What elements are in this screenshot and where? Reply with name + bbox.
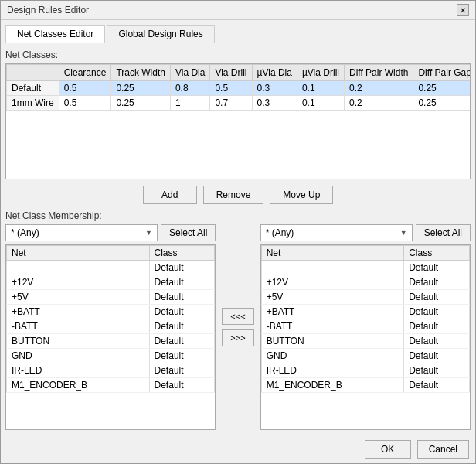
list-class: Default [404,290,470,305]
list-item[interactable]: +5VDefault [7,290,215,305]
list-class: Default [404,275,470,290]
window-title: Design Rules Editor [7,5,89,15]
list-net: BUTTON [261,334,404,349]
list-class: Default [149,305,215,319]
row-uviadia-1mmwire: 0.3 [252,96,297,111]
right-list-header: Net Class [261,246,469,261]
row-viadrill-default: 0.5 [210,81,252,96]
list-item[interactable]: Default [7,261,215,275]
list-item[interactable]: IR-LEDDefault [7,363,215,378]
list-item[interactable]: M1_ENCODER_BDefault [7,378,215,393]
list-item[interactable]: IR-LEDDefault [261,363,469,378]
list-class: Default [149,363,215,378]
cancel-button[interactable]: Cancel [417,440,469,459]
row-diffpairgap-1mmwire: 0.25 [413,96,471,111]
col-header-via-dia: Via Dia [170,65,209,81]
col-header-uvia-dia: µVia Dia [252,65,297,81]
left-dropdown-text: * (Any) [11,227,39,238]
list-item[interactable]: Default [261,261,469,275]
list-class: Default [404,319,470,334]
right-dropdown-text: * (Any) [266,227,294,238]
list-item[interactable]: +5VDefault [261,290,469,305]
left-col-class: Class [149,246,215,261]
net-classes-label: Net Classes: [5,49,471,60]
left-select-all-button[interactable]: Select All [161,224,216,241]
add-button[interactable]: Add [143,186,197,204]
membership-panels: * (Any) ▼ Select All Net Class [5,224,471,430]
list-class: Default [149,290,215,305]
list-item[interactable]: GNDDefault [7,349,215,363]
list-item[interactable]: +12VDefault [261,275,469,290]
list-class: Default [149,261,215,275]
list-item[interactable]: +BATTDefault [7,305,215,319]
list-item[interactable]: -BATTDefault [261,319,469,334]
row-uviadia-default: 0.3 [252,81,297,96]
tab-bar: Net Classes Editor Global Design Rules [5,25,471,43]
right-list-container[interactable]: Net Class Default+12VDefault+5VDefault+B… [260,244,471,430]
list-net: +5V [7,290,150,305]
main-content: Net Classes Editor Global Design Rules N… [1,20,475,435]
row-name-default: Default [7,81,60,96]
list-item[interactable]: +12VDefault [7,275,215,290]
col-header-via-drill: Via Drill [210,65,252,81]
left-list-container[interactable]: Net Class Default+12VDefault+5VDefault+B… [5,244,216,430]
list-net: BUTTON [7,334,150,349]
row-viadia-1mmwire: 1 [170,96,209,111]
left-list-header: Net Class [7,246,215,261]
list-item[interactable]: BUTTONDefault [7,334,215,349]
row-diffpairgap-default: 0.25 [413,81,471,96]
row-diffpairwidth-1mmwire: 0.2 [344,96,413,111]
action-buttons: Add Remove Move Up [5,186,471,204]
list-class: Default [404,378,470,393]
ok-button[interactable]: OK [365,440,411,459]
list-item[interactable]: GNDDefault [261,349,469,363]
list-class: Default [149,319,215,334]
main-window: Design Rules Editor ✕ Net Classes Editor… [0,0,476,464]
list-class: Default [404,363,470,378]
row-viadia-default: 0.8 [170,81,209,96]
right-arrow-button[interactable]: >>> [222,329,253,346]
tab-net-classes-editor[interactable]: Net Classes Editor [5,25,105,43]
arrow-panel: <<< >>> [219,224,257,430]
right-select-all-button[interactable]: Select All [416,224,471,241]
right-list-table: Net Class Default+12VDefault+5VDefault+B… [261,245,470,393]
list-class: Default [149,275,215,290]
bottom-bar: OK Cancel [1,435,475,463]
left-dropdown[interactable]: * (Any) ▼ [5,224,158,241]
membership-section: Net Class Membership: * (Any) ▼ Select A… [5,210,471,430]
list-class: Default [149,378,215,393]
list-class: Default [149,349,215,363]
col-header-diff-pair-width: Diff Pair Width [344,65,413,81]
list-net: M1_ENCODER_B [7,378,150,393]
net-classes-table-container: Clearance Track Width Via Dia Via Drill … [5,63,471,179]
left-panel: * (Any) ▼ Select All Net Class [5,224,216,430]
row-clearance-1mmwire: 0.5 [59,96,111,111]
left-arrow-button[interactable]: <<< [222,308,253,325]
col-header-track-width: Track Width [111,65,171,81]
list-item[interactable]: BUTTONDefault [261,334,469,349]
col-header-clearance: Clearance [59,65,111,81]
list-net: +12V [7,275,150,290]
list-net: IR-LED [7,363,150,378]
list-item[interactable]: M1_ENCODER_BDefault [261,378,469,393]
table-header-row: Clearance Track Width Via Dia Via Drill … [7,65,471,81]
right-col-class: Class [404,246,470,261]
row-uviaDrill-default: 0.1 [297,81,344,96]
table-row[interactable]: 1mm Wire 0.5 0.25 1 0.7 0.3 0.1 0.2 0.25 [7,96,471,111]
membership-label: Net Class Membership: [5,210,471,221]
row-trackwidth-1mmwire: 0.25 [111,96,171,111]
left-list-table: Net Class Default+12VDefault+5VDefault+B… [6,245,215,393]
list-item[interactable]: -BATTDefault [7,319,215,334]
col-header-uvia-drill: µVia Drill [297,65,344,81]
list-class: Default [404,349,470,363]
list-item[interactable]: +BATTDefault [261,305,469,319]
right-panel-top: * (Any) ▼ Select All [260,224,471,241]
move-up-button[interactable]: Move Up [270,186,333,204]
tab-global-design-rules[interactable]: Global Design Rules [107,25,214,43]
close-button[interactable]: ✕ [457,4,469,16]
right-dropdown[interactable]: * (Any) ▼ [260,224,413,241]
table-row[interactable]: Default 0.5 0.25 0.8 0.5 0.3 0.1 0.2 0.2… [7,81,471,96]
col-header-diff-pair-gap: Diff Pair Gap [413,65,471,81]
remove-button[interactable]: Remove [203,186,264,204]
col-header-name [7,65,60,81]
